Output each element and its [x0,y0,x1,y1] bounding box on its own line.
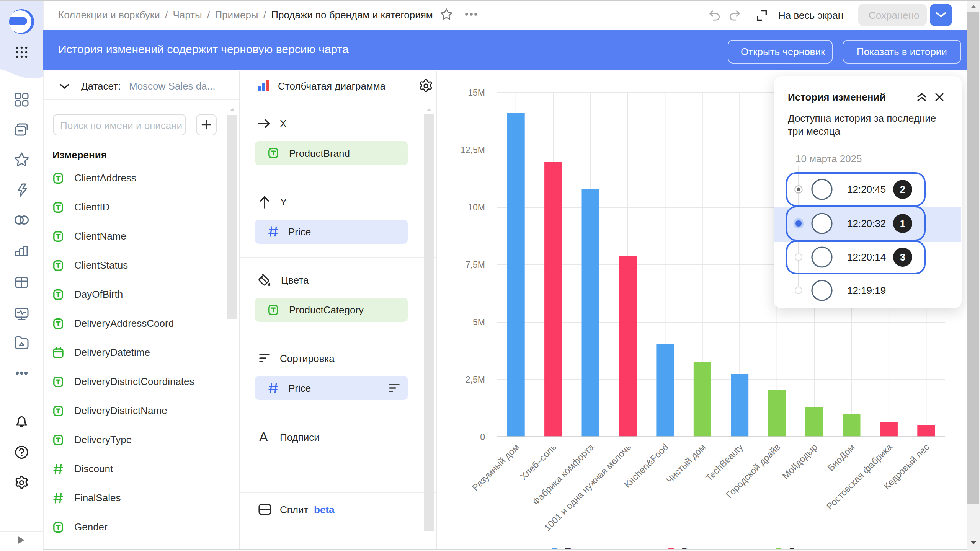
svg-text:БиоДом: БиоДом [825,442,857,473]
svg-text:Ростовская фабрика: Ростовская фабрика [824,442,894,512]
svg-text:15M: 15M [468,88,485,98]
svg-text:12,5M: 12,5M [461,145,485,155]
svg-text:TechBeauty: TechBeauty [704,442,745,483]
svg-text:1: 1 [900,218,905,229]
svg-text:3: 3 [900,251,905,263]
svg-text:Чистый дом: Чистый дом [664,442,708,485]
svg-text:Мойдодыр: Мойдодыр [780,442,820,481]
svg-text:Хлеб–соль: Хлеб–соль [518,442,558,482]
svg-text:Фабрика комфорта: Фабрика комфорта [531,442,596,507]
svg-text:Разумный дом: Разумный дом [470,442,521,492]
svg-text:10M: 10M [468,202,485,212]
svg-text:0: 0 [480,432,485,442]
svg-text:2: 2 [900,184,905,195]
svg-text:7,5M: 7,5M [466,260,485,270]
svg-text:2,5M: 2,5M [466,375,485,385]
svg-text:5M: 5M [473,317,485,327]
